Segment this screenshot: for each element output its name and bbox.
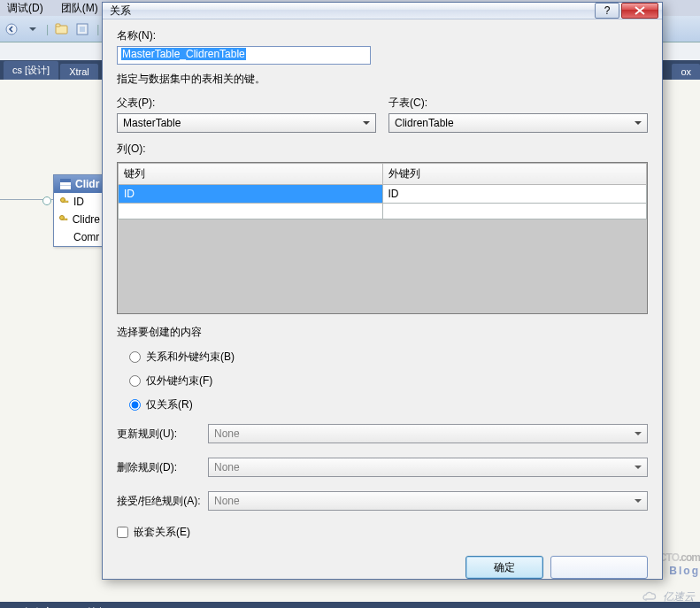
nav-back-icon[interactable] [4, 21, 19, 37]
child-table-combo[interactable]: ClidrenTable [388, 113, 648, 133]
grid-header-foreign[interactable]: 外键列 [382, 164, 647, 185]
grid-row-empty[interactable] [119, 204, 647, 219]
delete-rule-combo[interactable]: None [208, 458, 648, 477]
nested-relation-label: 嵌套关系(E) [134, 525, 190, 540]
cancel-button[interactable] [550, 556, 648, 579]
svg-rect-4 [80, 27, 85, 32]
table-col-comr[interactable]: Comr [54, 228, 105, 246]
grid-cell-foreign[interactable]: ID [382, 185, 647, 204]
update-rule-combo[interactable]: None [208, 424, 648, 443]
statusbar: > 命令窗口 挂起 [0, 602, 700, 608]
menu-debug[interactable]: 调试(D) [7, 1, 43, 16]
parent-table-value: MasterTable [123, 117, 181, 129]
radio-rel-label: 仅关系(R) [146, 397, 193, 412]
ok-button[interactable]: 确定 [465, 556, 543, 579]
grid-filler [118, 219, 647, 314]
svg-rect-6 [60, 179, 71, 181]
table-col-id[interactable]: ID [54, 193, 105, 211]
radio-both[interactable]: 关系和外键约束(B) [129, 350, 648, 365]
svg-rect-2 [56, 24, 60, 27]
help-icon: ? [604, 4, 611, 17]
dialog-body: 名称(N): MasterTable_ClidrenTable 指定与数据集中的… [103, 19, 662, 549]
table-col-label: Comr [73, 231, 99, 243]
grid-cell-empty[interactable] [119, 204, 383, 219]
foreign-key-icon [59, 214, 69, 225]
status-pending[interactable]: 挂起 [87, 605, 108, 609]
watermark-yisu-text: 亿速云 [663, 589, 695, 604]
status-cmd[interactable]: 命令窗口 [21, 605, 64, 609]
watermark-text-b: .com [679, 551, 700, 564]
radio-fk-label: 仅外键约束(F) [146, 373, 212, 389]
parent-table-combo[interactable]: MasterTable [117, 113, 376, 133]
watermark-yisu: 亿速云 [642, 589, 695, 604]
tab-design[interactable]: cs [设计] [4, 61, 58, 80]
nested-relation-check[interactable]: 嵌套关系(E) [117, 525, 648, 540]
help-button[interactable]: ? [595, 3, 619, 19]
radio-both-label: 关系和外键约束(B) [146, 350, 235, 365]
dialog-buttons: 确定 [103, 549, 662, 586]
toolbar-sep2: | [96, 23, 99, 35]
menu-team[interactable]: 团队(M) [61, 1, 98, 16]
watermark-sub-b: Blog [669, 565, 700, 577]
grid-cell-empty[interactable] [382, 204, 647, 219]
relation-dialog: 关系 ? 名称(N): MasterTable_ClidrenTable 指定与… [102, 2, 663, 580]
parent-label: 父表(P): [117, 96, 376, 111]
accept-rule-value: None [214, 495, 240, 507]
child-label: 子表(C): [388, 96, 648, 111]
update-rule-label: 更新规则(U): [117, 427, 201, 442]
ok-button-label: 确定 [494, 560, 515, 575]
grid-cell-key[interactable]: ID [119, 185, 383, 204]
svg-rect-12 [63, 219, 67, 220]
columns-label: 列(O): [117, 142, 648, 157]
nav-dropdown-icon[interactable] [25, 21, 41, 37]
table-card-clidren[interactable]: Clidr ID Clidre Comr [53, 174, 106, 247]
relation-connector [0, 199, 53, 200]
blank-key-icon [59, 232, 70, 242]
columns-grid[interactable]: 键列 外键列 ID ID [117, 162, 648, 314]
save-layout-icon[interactable] [75, 21, 91, 37]
table-card-title: Clidr [75, 178, 99, 190]
tab-right[interactable]: ox [672, 64, 700, 80]
radio-fk-input[interactable] [129, 375, 141, 387]
hint-text: 指定与数据集中的表相关的键。 [117, 72, 648, 87]
table-card-header[interactable]: Clidr [54, 175, 105, 193]
cloud-icon [642, 591, 659, 604]
toolbar-sep: | [46, 23, 49, 35]
accept-rule-label: 接受/拒绝规则(A): [117, 494, 201, 509]
update-rule-value: None [214, 427, 240, 440]
grid-header-row: 键列 外键列 [119, 164, 647, 185]
grid-row-selected[interactable]: ID ID [119, 185, 647, 204]
svg-rect-7 [60, 181, 71, 182]
table-icon [59, 178, 72, 190]
svg-rect-8 [60, 185, 71, 186]
child-table-value: ClidrenTable [395, 117, 454, 129]
radio-both-input[interactable] [129, 351, 141, 363]
table-col-clidre[interactable]: Clidre [54, 211, 105, 228]
accept-rule-combo[interactable]: None [208, 491, 648, 511]
close-icon [635, 6, 645, 15]
radio-fk-only[interactable]: 仅外键约束(F) [129, 373, 648, 389]
svg-rect-10 [64, 201, 68, 203]
tab-xtral[interactable]: Xtral [60, 64, 98, 80]
delete-rule-value: None [214, 461, 240, 473]
name-input[interactable]: MasterTable_ClidrenTable [117, 46, 371, 65]
primary-key-icon [59, 196, 70, 207]
close-button[interactable] [621, 3, 658, 19]
svg-point-0 [6, 24, 17, 35]
name-label: 名称(N): [117, 28, 648, 43]
radio-rel-input[interactable] [129, 399, 141, 411]
name-input-value: MasterTable_ClidrenTable [121, 48, 246, 60]
create-content-label: 选择要创建的内容 [117, 325, 648, 340]
delete-rule-label: 删除规则(D): [117, 460, 201, 475]
table-col-label: ID [73, 196, 84, 208]
table-col-label: Clidre [73, 213, 100, 226]
open-file-icon[interactable] [54, 21, 70, 37]
grid-header-key[interactable]: 键列 [119, 164, 383, 185]
dialog-title: 关系 [110, 4, 593, 19]
titlebar[interactable]: 关系 ? [103, 3, 662, 19]
radio-relation-only[interactable]: 仅关系(R) [129, 397, 648, 412]
nested-relation-input[interactable] [117, 527, 128, 538]
